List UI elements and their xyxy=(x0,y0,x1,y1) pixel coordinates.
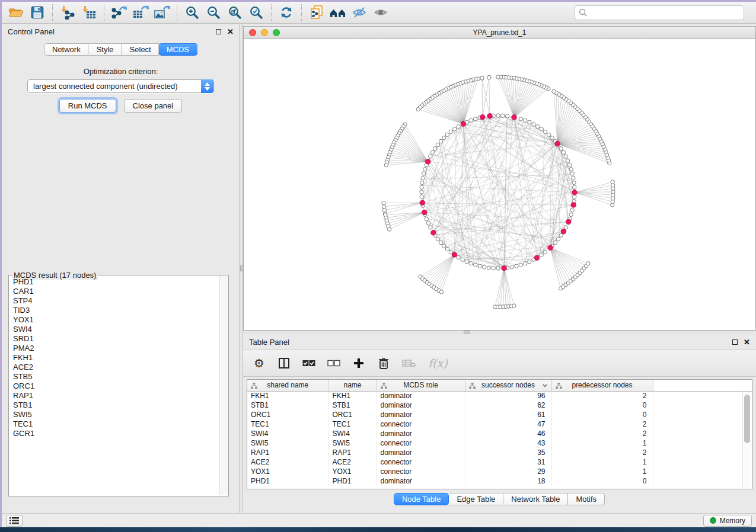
mcds-result-item[interactable]: PMA2 xyxy=(10,344,219,353)
mcds-result-item[interactable]: FKH1 xyxy=(10,353,219,363)
table-cell[interactable]: 35 xyxy=(465,448,551,457)
mcds-result-item[interactable]: SWI4 xyxy=(10,325,219,334)
open-file-button[interactable] xyxy=(5,4,27,21)
table-cell[interactable]: FKH1 xyxy=(247,391,328,400)
table-cell[interactable]: YOX1 xyxy=(247,467,328,476)
mcds-result-item[interactable]: SWI5 xyxy=(10,410,219,419)
table-cell[interactable]: connector xyxy=(377,419,465,429)
table-cell[interactable]: ACE2 xyxy=(247,457,328,467)
mcds-result-item[interactable]: CAR1 xyxy=(10,287,219,296)
table-cell[interactable]: 2 xyxy=(551,448,653,457)
table-cell[interactable]: STB1 xyxy=(247,400,328,410)
column-header-mcds-role[interactable]: MCDS role xyxy=(377,380,465,391)
show-columns-button[interactable] xyxy=(277,355,291,371)
export-image-button[interactable] xyxy=(151,4,173,21)
tab-style[interactable]: Style xyxy=(89,43,122,56)
table-cell[interactable]: 96 xyxy=(465,391,551,400)
table-cell[interactable]: 62 xyxy=(465,400,551,410)
show-all-button[interactable] xyxy=(370,4,391,21)
table-cell[interactable]: 2 xyxy=(551,429,653,438)
mcds-result-item[interactable]: RAP1 xyxy=(10,391,219,400)
table-cell[interactable]: dominator xyxy=(377,448,465,457)
mcds-result-item[interactable]: TEC1 xyxy=(10,419,219,429)
save-session-button[interactable] xyxy=(27,4,48,21)
column-header-predecessor-nodes[interactable]: predecessor nodes xyxy=(551,380,653,391)
table-row[interactable]: SWI4SWI4dominator462 xyxy=(247,429,752,438)
column-header-successor-nodes[interactable]: successor nodes xyxy=(465,380,551,391)
table-cell[interactable]: 31 xyxy=(465,457,551,467)
table-scrollbar[interactable] xyxy=(742,392,751,488)
table-cell[interactable]: 0 xyxy=(551,476,653,486)
table-cell[interactable]: dominator xyxy=(377,429,465,438)
table-row[interactable]: ORC1ORC1dominator610 xyxy=(247,410,752,419)
table-cell[interactable]: SWI4 xyxy=(328,429,377,438)
zoom-in-button[interactable] xyxy=(181,4,203,21)
delete-table-button[interactable] xyxy=(402,355,416,371)
table-cell[interactable]: 1 xyxy=(551,467,653,476)
table-settings-button[interactable]: ⚙ xyxy=(253,355,266,371)
float-panel-icon[interactable] xyxy=(216,29,221,34)
import-table-button[interactable] xyxy=(78,4,100,21)
table-cell[interactable]: TEC1 xyxy=(247,419,328,429)
new-network-from-selection-button[interactable] xyxy=(306,4,327,21)
network-frame-titlebar[interactable]: YPA_prune.txt_1 xyxy=(244,27,755,39)
scrollbar-thumb[interactable] xyxy=(744,395,750,443)
table-row[interactable]: ACE2ACE2connector311 xyxy=(247,457,752,467)
add-column-button[interactable] xyxy=(352,355,365,371)
import-network-button[interactable] xyxy=(57,4,78,21)
search-input[interactable] xyxy=(575,5,744,20)
memory-button[interactable]: Memory xyxy=(703,515,752,527)
export-network-button[interactable] xyxy=(109,4,130,21)
table-cell[interactable]: 43 xyxy=(465,438,551,448)
tab-network[interactable]: Network xyxy=(44,43,89,56)
close-panel-button[interactable]: Close panel xyxy=(124,99,183,113)
tab-edge-table[interactable]: Edge Table xyxy=(449,493,503,505)
close-panel-icon[interactable]: ✕ xyxy=(227,28,234,36)
table-row[interactable]: STB1STB1dominator620 xyxy=(247,400,752,410)
tab-node-table[interactable]: Node Table xyxy=(394,493,449,505)
table-cell[interactable]: SWI4 xyxy=(247,429,328,438)
table-row[interactable]: TEC1TEC1connector472 xyxy=(247,419,752,429)
maximize-window-icon[interactable] xyxy=(273,29,280,36)
table-cell[interactable]: STB1 xyxy=(328,400,377,410)
mcds-result-item[interactable]: PHD1 xyxy=(10,277,219,287)
mcds-result-item[interactable]: STB1 xyxy=(10,400,219,410)
refresh-view-button[interactable] xyxy=(276,4,297,21)
table-cell[interactable]: connector xyxy=(377,457,465,467)
table-cell[interactable]: 18 xyxy=(465,476,551,486)
table-cell[interactable]: ACE2 xyxy=(328,457,377,467)
float-panel-icon[interactable] xyxy=(732,339,738,345)
mcds-result-item[interactable]: SRD1 xyxy=(10,334,219,344)
table-cell[interactable]: 47 xyxy=(465,419,551,429)
table-row[interactable]: YOX1YOX1connector291 xyxy=(247,467,752,476)
table-cell[interactable]: dominator xyxy=(377,391,465,400)
table-cell[interactable]: SWI5 xyxy=(328,438,377,448)
column-header-shared-name[interactable]: shared name xyxy=(247,380,328,391)
mcds-result-item[interactable]: GCR1 xyxy=(10,429,219,438)
mcds-list-scrollbar[interactable] xyxy=(219,276,228,495)
table-cell[interactable]: dominator xyxy=(377,410,465,419)
run-mcds-button[interactable]: Run MCDS xyxy=(59,99,116,113)
select-all-rows-button[interactable] xyxy=(302,355,315,371)
table-cell[interactable]: PHD1 xyxy=(328,476,377,486)
mcds-result-item[interactable]: YOX1 xyxy=(10,315,219,325)
mcds-result-item[interactable]: ACE2 xyxy=(10,363,219,372)
table-cell[interactable]: PHD1 xyxy=(247,476,328,486)
network-canvas[interactable] xyxy=(244,39,755,330)
hide-selected-button[interactable] xyxy=(349,4,370,21)
table-cell[interactable]: 2 xyxy=(551,391,653,400)
table-cell[interactable]: 29 xyxy=(465,467,551,476)
table-cell[interactable]: 0 xyxy=(551,410,653,419)
function-builder-button[interactable]: f(x) xyxy=(428,355,448,371)
export-table-button[interactable] xyxy=(130,4,151,21)
table-cell[interactable]: dominator xyxy=(377,400,465,410)
mcds-result-item[interactable]: STP4 xyxy=(10,296,219,306)
mcds-result-item[interactable]: STB5 xyxy=(10,372,219,382)
table-cell[interactable]: ORC1 xyxy=(328,410,377,419)
mcds-result-item[interactable]: ORC1 xyxy=(10,382,219,391)
table-row[interactable]: RAP1RAP1dominator352 xyxy=(247,448,752,457)
table-cell[interactable]: RAP1 xyxy=(247,448,328,457)
table-cell[interactable]: 2 xyxy=(551,419,653,429)
tab-mcds[interactable]: MCDS xyxy=(159,43,197,56)
table-cell[interactable]: ORC1 xyxy=(247,410,328,419)
